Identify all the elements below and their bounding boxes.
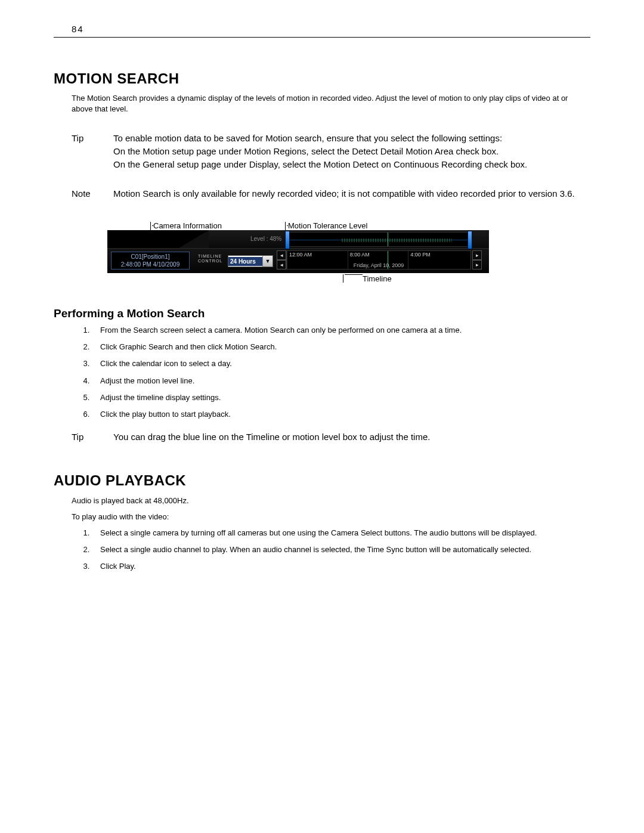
timeline-next-top-button[interactable]: ▸ [472, 250, 482, 260]
camera-id: C01[Position1] [112, 253, 189, 261]
motion-slider-left[interactable] [285, 231, 290, 249]
tip-label: Tip [72, 132, 113, 171]
note-text: Motion Search is only available for newl… [113, 187, 590, 200]
note-label: Note [72, 187, 113, 200]
tip-label: Tip [72, 431, 113, 444]
timeline-control-label: TIMELINE CONTROL [198, 254, 222, 263]
callout-timeline: Timeline [343, 274, 590, 283]
camera-info-box: C01[Position1] 2:48:00 PM 4/10/2009 [111, 252, 190, 270]
list-item: Click the calendar icon to select a day. [92, 358, 590, 369]
motion-search-intro: The Motion Search provides a dynamic dis… [72, 93, 590, 114]
heading-performing-motion-search: Performing a Motion Search [54, 307, 590, 320]
audio-line-1: Audio is played back at 48,000Hz. [72, 495, 590, 507]
heading-audio-playback: AUDIO PLAYBACK [54, 472, 590, 489]
heading-motion-search: MOTION SEARCH [54, 70, 590, 87]
list-item: Adjust the timeline display settings. [92, 392, 590, 403]
list-item: From the Search screen select a camera. … [92, 325, 590, 336]
tip-text: You can drag the blue line on the Timeli… [113, 431, 590, 444]
audio-playback-steps: Select a single camera by turning off al… [70, 528, 590, 572]
motion-slider-right[interactable] [467, 231, 472, 249]
list-item: Click Play. [92, 561, 590, 572]
timeline-prev-top-button[interactable]: ◂ [277, 250, 286, 260]
tip-block-2: Tip You can drag the blue line on the Ti… [72, 431, 590, 444]
timeline-range-value: 24 Hours [228, 257, 262, 266]
motion-search-panel: C01[Position1] 2:48:00 PM 4/10/2009 TIME… [107, 230, 489, 273]
page-number: 84 [72, 24, 84, 34]
list-item: Click Graphic Search and then click Moti… [92, 342, 590, 352]
list-item: Adjust the motion level line. [92, 376, 590, 386]
timeline[interactable]: 12:00 AM 8:00 AM 4:00 PM Friday, April 1… [286, 250, 471, 270]
motion-level-box[interactable] [286, 232, 471, 247]
callout-camera-info: Camera Information [150, 221, 222, 230]
chevron-down-icon[interactable]: ▼ [262, 256, 273, 267]
tip-text: To enable motion data to be saved for Mo… [113, 132, 590, 171]
page-header: 84 [54, 24, 590, 38]
motion-search-figure: Camera Information Motion Tolerance Leve… [107, 217, 590, 283]
timeline-range-dropdown[interactable]: 24 Hours ▼ [228, 255, 273, 267]
timeline-prev-bottom-button[interactable]: ◂ [277, 260, 286, 270]
list-item: Select a single audio channel to play. W… [92, 544, 590, 555]
tip-block: Tip To enable motion data to be saved fo… [72, 132, 590, 171]
note-block: Note Motion Search is only available for… [72, 187, 590, 200]
callout-motion-tolerance: Motion Tolerance Level [285, 221, 367, 230]
motion-level-label: Level : 48% [250, 236, 281, 242]
timeline-next-bottom-button[interactable]: ▸ [472, 260, 482, 270]
list-item: Select a single camera by turning off al… [92, 528, 590, 538]
timeline-date: Friday, April 10, 2009 [287, 262, 470, 268]
motion-search-steps: From the Search screen select a camera. … [70, 325, 590, 420]
list-item: Click the play button to start playback. [92, 409, 590, 420]
audio-line-2: To play audio with the video: [72, 511, 590, 523]
camera-timestamp: 2:48:00 PM 4/10/2009 [112, 261, 189, 268]
